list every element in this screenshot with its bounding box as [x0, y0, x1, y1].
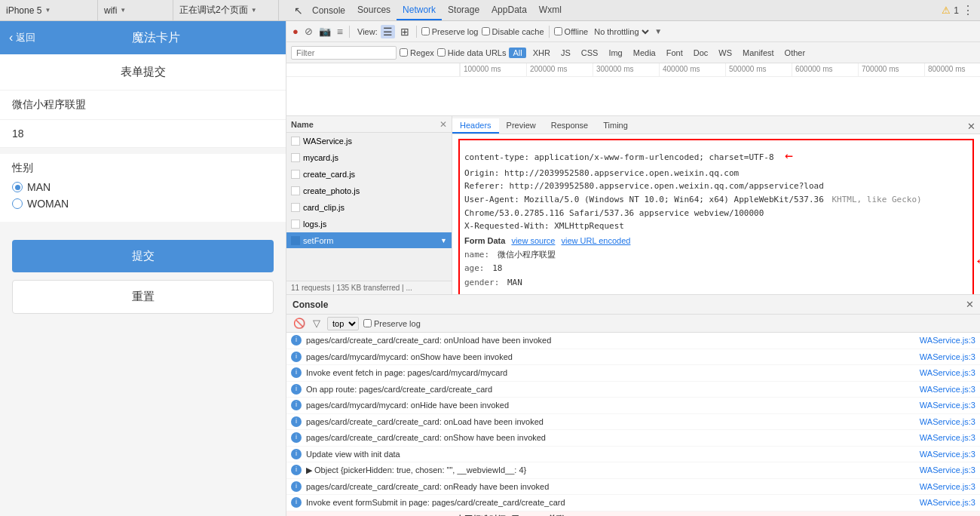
- console-source-link[interactable]: WAService.js:3: [914, 481, 975, 493]
- filter-btn[interactable]: ≡: [335, 26, 345, 38]
- type-btn-other[interactable]: Other: [781, 48, 810, 58]
- console-log-text: pages/card/mycard/mycard: onShow have be…: [306, 351, 914, 364]
- name-column-close[interactable]: ✕: [439, 119, 447, 130]
- list-item[interactable]: WAService.js: [286, 133, 452, 149]
- page-selector[interactable]: 正在调试2个页面 ▼: [173, 0, 279, 20]
- wifi-selector[interactable]: wifi ▼: [98, 0, 173, 20]
- tab-response[interactable]: Response: [544, 118, 596, 134]
- regex-check[interactable]: Regex: [400, 48, 434, 57]
- tab-network[interactable]: Network: [397, 0, 442, 20]
- console-source-link[interactable]: WAService.js:3: [914, 383, 975, 396]
- preserve-log-check[interactable]: Preserve log: [421, 27, 479, 36]
- type-btn-ws[interactable]: WS: [715, 48, 736, 58]
- device-selector[interactable]: iPhone 5 ▼: [0, 0, 98, 20]
- detail-tabs: Headers Preview Response Timing ✕: [452, 116, 980, 134]
- back-button[interactable]: ‹ 返回: [9, 31, 35, 45]
- header-user-agent: User-Agent: Mozilla/5.0 (Windows NT 10.0…: [464, 193, 968, 207]
- list-item[interactable]: create_card.js: [286, 166, 452, 183]
- tab-wxml[interactable]: Wxml: [533, 0, 568, 20]
- detail-close-btn[interactable]: ✕: [963, 119, 980, 134]
- tab-timing[interactable]: Timing: [596, 118, 635, 134]
- list-item[interactable]: mycard.js: [286, 149, 452, 166]
- filter-input[interactable]: [291, 46, 397, 60]
- console-log-text: pages/card/create_card/create_card: onSh…: [306, 432, 914, 444]
- tab-console[interactable]: Console: [306, 0, 351, 20]
- console-log-text: Update view with init data: [306, 448, 914, 461]
- offline-checkbox[interactable]: [554, 27, 562, 35]
- console-source-link[interactable]: WAService.js:3: [914, 432, 975, 444]
- console-log-row: i Update view with init data WAService.j…: [286, 447, 980, 463]
- camera-btn[interactable]: 📷: [317, 26, 332, 37]
- wifi-dropdown-arrow: ▼: [120, 7, 126, 14]
- type-btn-manifest[interactable]: Manifest: [739, 48, 778, 58]
- disable-cache-checkbox[interactable]: [482, 27, 490, 35]
- list-item[interactable]: create_photo.js: [286, 183, 452, 199]
- item-name: logs.js: [303, 220, 326, 229]
- list-item-selected[interactable]: setForm ▼: [286, 232, 452, 249]
- network-names-header: Name ✕: [286, 116, 452, 133]
- console-source-link[interactable]: WAService.js:3: [914, 464, 975, 477]
- submit-button[interactable]: 提交: [12, 240, 274, 272]
- hide-data-check[interactable]: Hide data URLs: [437, 48, 507, 57]
- console-log-row: i pages/card/create_card/create_card: on…: [286, 430, 980, 447]
- type-btn-all[interactable]: All: [509, 48, 525, 58]
- item-icon: [291, 137, 300, 146]
- record-btn[interactable]: ●: [291, 26, 300, 37]
- tab-appdata[interactable]: AppData: [485, 0, 533, 20]
- item-name: card_clip.js: [303, 203, 345, 212]
- console-source-link[interactable]: WAService.js:3: [914, 448, 975, 461]
- offline-check[interactable]: Offline: [554, 27, 589, 36]
- cursor-icon[interactable]: ↖: [291, 5, 306, 17]
- console-source-link[interactable]: asdebug.js:1: [923, 513, 975, 517]
- radio-man[interactable]: MAN: [12, 181, 274, 193]
- offline-label: Offline: [565, 27, 589, 36]
- type-btn-font[interactable]: Font: [663, 48, 687, 58]
- stop-btn[interactable]: ⊘: [303, 26, 314, 37]
- console-context-select[interactable]: top: [327, 317, 359, 330]
- view-url-encoded-link[interactable]: view URL encoded: [561, 236, 630, 245]
- tab-preview[interactable]: Preview: [499, 118, 544, 134]
- view-source-link[interactable]: view source: [511, 236, 555, 245]
- throttle-select[interactable]: No throttling Fast 3G Slow 3G: [591, 26, 651, 37]
- console-preserve-check[interactable]: Preserve log: [363, 319, 421, 328]
- hide-data-checkbox[interactable]: [437, 48, 446, 57]
- devtools-panel: ● ⊘ 📷 ≡ View: ☰ ⊞ Preserve log Disable c…: [286, 21, 980, 516]
- regex-checkbox[interactable]: [400, 48, 408, 57]
- type-btn-css[interactable]: CSS: [577, 48, 602, 58]
- type-btn-js[interactable]: JS: [557, 48, 574, 58]
- type-btn-doc[interactable]: Doc: [690, 48, 712, 58]
- console-source-link[interactable]: WAService.js:3: [914, 351, 975, 364]
- console-close-btn[interactable]: ✕: [966, 299, 974, 310]
- list-item[interactable]: card_clip.js: [286, 199, 452, 216]
- form-data-title: Form Data: [464, 236, 505, 245]
- console-source-link[interactable]: WAService.js:3: [914, 367, 975, 379]
- tab-headers[interactable]: Headers: [452, 118, 499, 134]
- list-item[interactable]: logs.js: [286, 216, 452, 232]
- timeline-label-2: 200000 ms: [526, 63, 593, 76]
- console-preserve-checkbox[interactable]: [363, 319, 372, 327]
- item-icon: [291, 170, 300, 179]
- item-dropdown: ▼: [440, 237, 447, 244]
- arrow-right-2: ←: [974, 251, 980, 271]
- console-clear-btn[interactable]: 🚫: [291, 317, 308, 330]
- preserve-log-checkbox[interactable]: [421, 27, 430, 35]
- disable-cache-check[interactable]: Disable cache: [482, 27, 544, 36]
- console-source-link[interactable]: WAService.js:3: [914, 334, 975, 347]
- console-source-link[interactable]: WAService.js:3: [914, 416, 975, 428]
- view-list-btn[interactable]: ☰: [381, 25, 395, 38]
- reset-button[interactable]: 重置: [12, 280, 274, 314]
- console-source-link[interactable]: WAService.js:3: [914, 399, 975, 412]
- more-options-icon[interactable]: ⋮: [962, 3, 974, 17]
- top-bar: iPhone 5 ▼ wifi ▼ 正在调试2个页面 ▼ ↖ Console S…: [0, 0, 980, 21]
- network-list-area: Name ✕ WAService.js mycard.js: [286, 116, 980, 294]
- type-btn-xhr[interactable]: XHR: [529, 48, 554, 58]
- view-grid-btn[interactable]: ⊞: [398, 25, 412, 38]
- radio-woman[interactable]: WOMAN: [12, 198, 274, 210]
- page-label: 正在调试2个页面: [179, 4, 248, 17]
- tab-storage[interactable]: Storage: [442, 0, 485, 20]
- type-btn-media[interactable]: Media: [629, 48, 660, 58]
- type-btn-img[interactable]: Img: [605, 48, 626, 58]
- tab-sources[interactable]: Sources: [351, 0, 397, 20]
- console-source-link[interactable]: WAService.js:3: [914, 496, 975, 509]
- console-filter-btn[interactable]: ▽: [311, 317, 323, 330]
